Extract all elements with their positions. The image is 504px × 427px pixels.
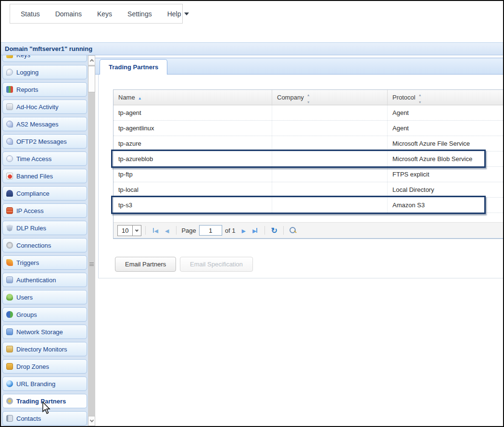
sidebar-item-label: Compliance <box>16 190 50 197</box>
sidebar-item-ip-access[interactable]: IP Access <box>2 203 87 218</box>
sidebar-item-compliance[interactable]: Compliance <box>2 186 87 201</box>
column-header-name[interactable]: Name <box>113 90 272 105</box>
prev-page-icon <box>165 226 169 235</box>
sidebar-item-connections[interactable]: Connections <box>2 238 87 252</box>
package-box-icon <box>6 363 13 370</box>
page-number-input[interactable] <box>199 225 222 236</box>
cell-name: tp-azureblob <box>113 151 272 166</box>
officer-icon <box>6 190 13 197</box>
cell-protocol: Microsoft Azure File Service <box>388 136 503 151</box>
sidebar-item-triggers[interactable]: Triggers <box>2 255 87 270</box>
globe-icon <box>6 380 13 387</box>
sort-icon <box>307 90 310 105</box>
select-dropdown-button[interactable] <box>132 226 141 236</box>
sidebar-item-drop-zones[interactable]: Drop Zones <box>2 359 87 374</box>
cell-name: tp-local <box>113 182 272 197</box>
cell-protocol: Agent <box>388 105 503 120</box>
tab-trading-partners[interactable]: Trading Partners <box>100 59 167 75</box>
sidebar-item-reports[interactable]: Reports <box>2 82 87 97</box>
sidebar-item-keys[interactable]: Keys <box>2 55 87 62</box>
splitter-grip-icon[interactable] <box>89 262 94 266</box>
table-row-tp-local[interactable]: tp-localLocal Directory <box>113 182 503 198</box>
cell-protocol: FTPS explicit <box>388 167 503 182</box>
main-content: Trading Partners NameCompanyProtocol tp-… <box>95 55 503 426</box>
sidebar-item-users[interactable]: Users <box>2 290 87 304</box>
scroll-down-button[interactable] <box>88 416 95 426</box>
column-header-label: Protocol <box>392 94 416 101</box>
toolbar-separator <box>145 226 146 235</box>
sidebar-scrollbar[interactable] <box>88 55 95 426</box>
menu-item-settings[interactable]: Settings <box>120 10 160 18</box>
sidebar-item-contacts[interactable]: Contacts <box>2 411 87 426</box>
menu-item-help[interactable]: Help <box>160 10 197 18</box>
page-label: Page <box>181 227 196 234</box>
scrollbar-thumb[interactable] <box>88 66 95 92</box>
email-specification-button[interactable]: Email Specification <box>180 257 253 272</box>
cell-company <box>272 151 388 166</box>
first-page-button[interactable] <box>150 226 161 235</box>
sidebar-item-label: AS2 Messages <box>16 121 58 128</box>
page-size-select[interactable]: 10 <box>117 225 141 236</box>
cell-company <box>272 167 388 182</box>
banned-file-icon <box>6 173 13 179</box>
scroll-up-button[interactable] <box>88 55 95 65</box>
sidebar-item-label: Ad-Hoc Activity <box>16 103 58 111</box>
sidebar-item-url-branding[interactable]: URL Branding <box>2 377 87 391</box>
chevron-up-icon <box>89 59 93 63</box>
column-header-company[interactable]: Company <box>272 90 388 105</box>
last-page-button[interactable] <box>249 226 261 235</box>
prev-page-button[interactable] <box>162 226 172 235</box>
refresh-icon[interactable] <box>269 226 279 235</box>
search-icon[interactable] <box>290 227 296 234</box>
email-partners-button[interactable]: Email Partners <box>115 257 176 272</box>
sidebar-item-as2-messages[interactable]: AS2 Messages <box>2 117 87 131</box>
menu-item-status[interactable]: Status <box>13 10 48 18</box>
speech-bubble-icon <box>6 69 13 75</box>
sidebar-item-logging[interactable]: Logging <box>2 65 87 79</box>
menu-item-keys[interactable]: Keys <box>89 10 120 18</box>
table-row-tp-azure[interactable]: tp-azureMicrosoft Azure File Service <box>113 136 503 151</box>
sidebar-item-label: Contacts <box>16 415 41 422</box>
sidebar-item-groups[interactable]: Groups <box>2 307 87 322</box>
table-row-tp-ftp[interactable]: tp-ftpFTPS explicit <box>113 167 503 182</box>
chevron-down-icon <box>89 418 93 422</box>
sidebar-item-trading-partners[interactable]: Trading Partners <box>2 394 87 408</box>
next-page-button[interactable] <box>238 226 249 235</box>
toolbar-separator <box>265 226 265 235</box>
table-row-tp-s3[interactable]: tp-s3Amazon S3 <box>113 198 503 213</box>
sidebar-item-label: Groups <box>16 311 37 318</box>
column-header-label: Name <box>118 94 135 101</box>
sidebar-item-label: Banned Files <box>16 173 53 180</box>
table-row-tp-agent[interactable]: tp-agentAgent <box>113 105 503 121</box>
key-icon <box>6 55 13 58</box>
column-header-protocol[interactable]: Protocol <box>388 90 503 105</box>
toolbar-separator <box>176 226 176 235</box>
sidebar-item-label: Drop Zones <box>16 363 49 370</box>
sidebar-nav: KeysLoggingReportsAd-Hoc ActivityAS2 Mes… <box>1 55 88 426</box>
sidebar-item-label: Logging <box>16 69 38 76</box>
id-card-icon <box>6 276 13 283</box>
sidebar-item-directory-monitors[interactable]: Directory Monitors <box>2 342 87 356</box>
trigger-flame-icon <box>6 259 13 266</box>
address-book-icon <box>6 415 13 422</box>
gears-icon <box>6 242 13 249</box>
table-row-tp-azureblob[interactable]: tp-azureblobMicrosoft Azure Blob Service <box>113 151 503 167</box>
sidebar-item-ad-hoc-activity[interactable]: Ad-Hoc Activity <box>2 100 87 114</box>
cell-company <box>272 105 388 120</box>
menu-item-domains[interactable]: Domains <box>48 10 89 18</box>
sidebar-item-dlp-rules[interactable]: DLP Rules <box>2 221 87 235</box>
folder-monitor-icon <box>6 346 13 352</box>
cell-company <box>272 182 388 197</box>
app-window: StatusDomainsKeysSettingsHelp Domain "mf… <box>0 0 504 427</box>
sidebar-item-banned-files[interactable]: Banned Files <box>2 169 87 183</box>
grid-header-row: NameCompanyProtocol <box>113 90 503 105</box>
cell-company <box>272 136 388 151</box>
bar-chart-icon <box>6 86 13 93</box>
table-row-tp-agentlinux[interactable]: tp-agentlinuxAgent <box>113 121 503 136</box>
sidebar-item-authentication[interactable]: Authentication <box>2 273 87 287</box>
sidebar-item-network-storage[interactable]: Network Storage <box>2 325 87 339</box>
sidebar-item-label: Keys <box>16 55 30 59</box>
sidebar-item-time-access[interactable]: Time Access <box>2 151 87 166</box>
pagination-toolbar: 10 Page of 1 <box>113 222 503 239</box>
sidebar-item-oftp2-messages[interactable]: OFTP2 Messages <box>2 134 87 149</box>
